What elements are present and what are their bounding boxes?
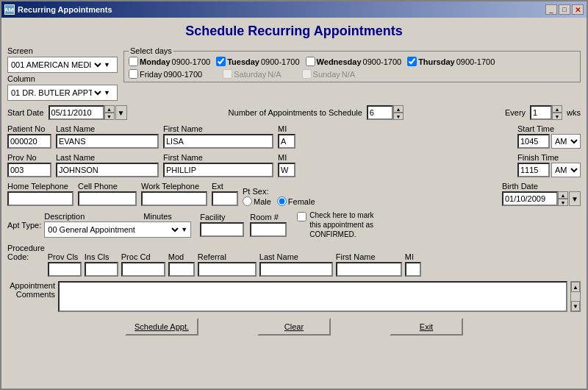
pt-sex-label: Pt Sex: (243, 187, 315, 196)
home-phone-input[interactable] (7, 191, 74, 206)
male-option[interactable]: Male (243, 196, 271, 206)
tuesday-checkbox[interactable] (216, 57, 226, 66)
exit-button[interactable]: Exit (390, 318, 463, 336)
saturday-checkbox[interactable] (223, 69, 232, 79)
patient-last-input[interactable] (56, 134, 159, 149)
birth-calendar-button[interactable]: ▼ (569, 191, 581, 206)
finish-time-controls: AM PM (517, 163, 581, 177)
room-input[interactable] (250, 222, 287, 237)
prov-last-input[interactable] (56, 163, 159, 177)
tuesday-label: Tuesday (227, 57, 259, 66)
ref-first-input[interactable] (336, 262, 402, 277)
referral-label: Referral (198, 252, 257, 261)
start-time-label: Start Time (517, 124, 581, 133)
prov-no-group: Prov No (7, 153, 51, 177)
minimize-button[interactable]: _ (545, 4, 557, 15)
start-date-spinners: ▲ ▼ (104, 105, 115, 120)
column-label: Column (7, 74, 118, 83)
screen-select[interactable]: 001 AMERICAN MEDICAL (8, 60, 104, 70)
clear-button[interactable]: Clear (257, 318, 331, 336)
female-radio[interactable] (277, 196, 287, 206)
thursday-checkbox[interactable] (407, 57, 417, 66)
thursday-label: Thursday (418, 57, 455, 66)
every-input[interactable] (530, 105, 552, 120)
confirm-label: Check here to markthis appointment asCON… (309, 210, 373, 239)
prov-mi-label: MI (278, 153, 295, 162)
room-group: Room # (250, 213, 287, 237)
apt-type-select[interactable]: 00 General Appointment (45, 224, 181, 235)
monday-time: 0900-1700 (172, 57, 211, 66)
male-label: Male (254, 197, 271, 206)
every-down[interactable]: ▼ (552, 113, 562, 120)
friday-label: Friday (140, 70, 162, 79)
finish-time-input[interactable] (517, 163, 550, 177)
num-appts-label: Number of Appointments to Schedule (229, 108, 362, 117)
comments-textarea[interactable] (58, 281, 567, 312)
maximize-button[interactable]: □ (559, 4, 570, 15)
start-date-up[interactable]: ▲ (104, 105, 115, 113)
prov-cls-label: Prov Cls (48, 252, 82, 261)
sunday-checkbox[interactable] (302, 69, 312, 79)
prov-mi-group: MI (278, 153, 295, 177)
start-ampm-select[interactable]: AM PM (551, 134, 581, 149)
confirm-checkbox[interactable] (297, 212, 306, 221)
ref-last-label: Last Name (259, 252, 333, 261)
wednesday-checkbox[interactable] (306, 57, 315, 66)
cell-phone-group: Cell Phone (78, 182, 137, 206)
ref-last-input[interactable] (259, 262, 333, 277)
ref-mi-group: MI (405, 252, 421, 277)
day-monday: Monday 0900-1700 (129, 57, 210, 66)
ref-mi-input[interactable] (405, 262, 421, 277)
scroll-down-button[interactable]: ▼ (571, 301, 580, 311)
procedure-code-label: ProcedureCode: (7, 244, 45, 261)
ref-first-label: First Name (336, 252, 402, 261)
friday-checkbox[interactable] (129, 69, 138, 79)
column-select[interactable]: 01 DR. BUTLER APPTS (8, 88, 104, 98)
num-appts-input[interactable] (367, 105, 393, 120)
start-time-input[interactable] (517, 134, 550, 149)
ext-input[interactable] (212, 191, 238, 206)
monday-checkbox[interactable] (129, 57, 138, 66)
mod-input[interactable] (168, 262, 195, 277)
patient-first-input[interactable] (163, 134, 273, 149)
num-appts-down[interactable]: ▼ (393, 113, 404, 120)
app-icon: AMI (4, 4, 15, 15)
comments-scrollbar[interactable]: ▲ ▼ (570, 281, 581, 312)
female-option[interactable]: Female (277, 196, 315, 206)
start-date-down[interactable]: ▼ (104, 113, 115, 120)
birth-date-up[interactable]: ▲ (558, 191, 568, 199)
prov-first-input[interactable] (163, 163, 273, 177)
patient-mi-input[interactable] (278, 134, 295, 149)
proc-cd-input[interactable] (121, 262, 165, 277)
close-button[interactable]: ✕ (572, 4, 584, 15)
days-row-1: Monday 0900-1700 Tuesday 0900-1700 Wedne… (129, 57, 576, 66)
schedule-button[interactable]: Schedule Appt. (125, 318, 198, 336)
prov-cls-input[interactable] (48, 262, 82, 277)
scroll-up-button[interactable]: ▲ (571, 282, 580, 292)
cell-phone-input[interactable] (78, 191, 137, 206)
referral-input[interactable] (198, 262, 257, 277)
select-days-group: Select days Monday 0900-1700 Tuesday 090… (123, 46, 581, 82)
finish-ampm-select[interactable]: AM PM (551, 163, 581, 177)
start-date-input[interactable] (49, 105, 104, 120)
male-radio[interactable] (243, 196, 252, 206)
num-appts-up[interactable]: ▲ (393, 105, 404, 113)
birth-date-input[interactable] (502, 191, 558, 206)
title-bar-controls: _ □ ✕ (545, 4, 584, 15)
patient-no-group: Patient No (7, 124, 51, 149)
pt-sex-radios: Male Female (243, 196, 315, 206)
room-label: Room # (250, 213, 287, 221)
birth-date-down[interactable]: ▼ (558, 199, 568, 206)
prov-no-label: Prov No (7, 153, 51, 162)
prov-no-input[interactable] (7, 163, 51, 177)
patient-no-input[interactable] (7, 134, 51, 149)
mod-label: Mod (168, 252, 195, 261)
work-phone-input[interactable] (141, 191, 207, 206)
prov-mi-input[interactable] (278, 163, 295, 177)
every-up[interactable]: ▲ (552, 105, 562, 113)
calendar-button[interactable]: ▼ (115, 105, 127, 120)
facility-input[interactable] (200, 222, 244, 237)
day-sunday: Sunday N/A (302, 69, 356, 79)
ins-cls-input[interactable] (85, 262, 118, 277)
prov-last-label: Last Name (56, 153, 159, 162)
